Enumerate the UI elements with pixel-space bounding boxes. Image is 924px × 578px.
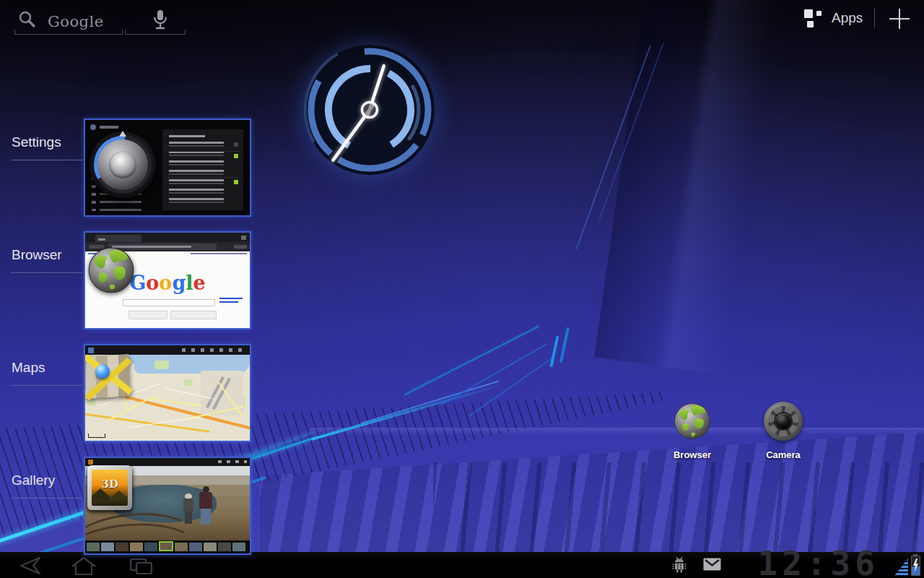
link-line bbox=[191, 253, 247, 254]
status-bar-clock: 12:36 bbox=[749, 547, 879, 578]
dock-label-browser: Browser bbox=[660, 449, 725, 460]
checkbox-checked bbox=[234, 154, 238, 158]
map-road bbox=[84, 413, 209, 433]
microphone-icon[interactable] bbox=[147, 9, 173, 32]
gallery-app-icon: 3D bbox=[87, 465, 132, 510]
browser-tab-bar bbox=[85, 233, 250, 242]
search-box-graphic bbox=[123, 299, 215, 306]
settings-screenshot bbox=[85, 120, 250, 215]
button-graphic bbox=[170, 311, 217, 319]
photo-person bbox=[199, 492, 212, 509]
status-notification-area[interactable]: 12:36 bbox=[655, 552, 924, 578]
divider bbox=[167, 177, 239, 178]
recent-app-label-settings[interactable]: Settings bbox=[12, 134, 84, 162]
system-bar: 12:36 bbox=[0, 552, 924, 578]
label-underline bbox=[11, 385, 82, 386]
text-line bbox=[169, 135, 205, 137]
analog-clock-face bbox=[299, 39, 440, 181]
label-underline bbox=[11, 272, 82, 273]
wallpaper-streak bbox=[440, 343, 547, 406]
plus-icon bbox=[899, 9, 900, 29]
home-button[interactable] bbox=[68, 556, 100, 575]
wallpaper-streak bbox=[559, 327, 570, 363]
browser-app-icon bbox=[87, 246, 136, 295]
settings-app-icon-mini bbox=[90, 124, 96, 130]
recent-app-label-browser[interactable]: Browser bbox=[12, 247, 84, 275]
recent-app-thumbnail-maps[interactable] bbox=[84, 344, 251, 442]
apps-launcher-button[interactable]: Apps bbox=[803, 7, 865, 30]
settings-detail-panel bbox=[162, 129, 243, 210]
recent-label-text: Gallery bbox=[12, 473, 55, 488]
filmstrip-selected bbox=[159, 541, 173, 551]
map-scale bbox=[88, 434, 105, 438]
search-underline bbox=[14, 30, 123, 35]
recent-app-thumbnail-gallery[interactable]: 3D bbox=[84, 457, 251, 555]
add-widget-button[interactable] bbox=[888, 7, 912, 31]
maps-app-icon bbox=[85, 354, 130, 399]
android-home-screen: Google Apps bbox=[0, 0, 924, 578]
gallery-icon-badge: 3D bbox=[92, 478, 128, 491]
wallpaper-streak bbox=[549, 335, 559, 367]
analog-clock-widget[interactable] bbox=[299, 39, 440, 181]
browser-globe-icon bbox=[673, 402, 712, 441]
back-button[interactable] bbox=[12, 556, 43, 575]
battery-icon bbox=[911, 556, 920, 576]
text-line bbox=[100, 126, 118, 129]
divider bbox=[167, 151, 239, 152]
label-underline bbox=[11, 498, 82, 499]
gallery-filmstrip bbox=[85, 540, 250, 553]
battery-nub bbox=[913, 554, 918, 556]
photo-person bbox=[183, 499, 193, 512]
checkbox-checked bbox=[234, 180, 238, 184]
checkbox bbox=[234, 142, 238, 147]
camera-icon bbox=[764, 402, 803, 441]
recent-label-text: Browser bbox=[12, 247, 62, 262]
link-line bbox=[219, 301, 238, 303]
recent-apps-button[interactable] bbox=[126, 556, 157, 575]
map-park bbox=[184, 379, 193, 386]
search-icon bbox=[17, 10, 36, 29]
google-search-widget[interactable]: Google bbox=[13, 4, 189, 38]
usb-debugging-robot-icon bbox=[671, 556, 687, 574]
dock-shortcut-browser[interactable] bbox=[673, 402, 712, 441]
corner-divider bbox=[874, 8, 875, 27]
recent-app-thumbnail-settings[interactable] bbox=[84, 118, 251, 217]
recent-app-label-gallery[interactable]: Gallery bbox=[12, 473, 84, 500]
recent-app-label-maps[interactable]: Maps bbox=[12, 360, 84, 387]
button-graphic bbox=[128, 311, 167, 319]
wallpaper-horizon-glow bbox=[310, 428, 924, 435]
apps-grid-icon bbox=[804, 9, 824, 29]
photo-person bbox=[201, 509, 211, 525]
apps-label: Apps bbox=[832, 10, 863, 26]
recent-label-text: Settings bbox=[12, 134, 61, 150]
volume-knob-graphic bbox=[90, 131, 156, 198]
link-line bbox=[219, 298, 243, 299]
dock-shortcut-camera[interactable] bbox=[764, 402, 803, 441]
dock-label-camera: Camera bbox=[751, 449, 816, 460]
search-widget-logo: Google bbox=[48, 13, 104, 30]
email-envelope-icon bbox=[703, 558, 721, 571]
wallpaper-panel-edge bbox=[594, 0, 784, 376]
signal-strength-icon bbox=[894, 558, 908, 577]
photo-person bbox=[185, 512, 192, 524]
recent-app-thumbnail-browser[interactable]: Google bbox=[84, 231, 251, 329]
recent-label-text: Maps bbox=[12, 360, 45, 375]
label-underline bbox=[11, 160, 82, 160]
map-park bbox=[89, 400, 96, 406]
map-park bbox=[154, 361, 169, 369]
